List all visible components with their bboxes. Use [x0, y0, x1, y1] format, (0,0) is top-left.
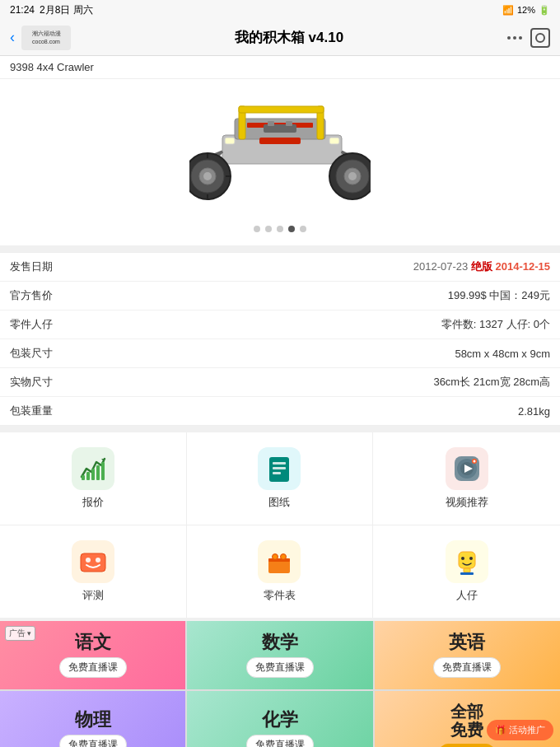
ad-huaxue-title: 化学: [262, 710, 298, 730]
svg-rect-37: [273, 467, 286, 469]
ad-cell-wuli[interactable]: 物理 免费直播课: [0, 691, 185, 747]
action-grid: 报价 图纸 视频推荐: [0, 432, 560, 618]
info-label-price: 官方售价: [10, 288, 59, 303]
svg-rect-45: [81, 553, 105, 572]
info-label-release: 发售日期: [10, 259, 59, 274]
baojia-icon: [72, 447, 114, 490]
info-row-weight: 包装重量 2.81kg: [0, 397, 560, 425]
ad-yuwen-title: 语文: [75, 633, 111, 652]
svg-point-57: [469, 557, 473, 560]
tuzhi-icon: [258, 447, 301, 490]
floating-activity[interactable]: 🎁 活动推广: [487, 720, 553, 740]
nav-title: 我的积木箱 v4.10: [71, 28, 507, 47]
ad-chevron-icon: ▾: [27, 629, 31, 637]
back-chevron-icon[interactable]: ‹: [10, 29, 15, 46]
ad-cell-yingyu[interactable]: 英语 免费直播课: [375, 621, 560, 689]
ad-shuxue-badge: 免费直播课: [246, 657, 314, 678]
svg-point-47: [86, 558, 91, 563]
floating-icon: 🎁: [495, 725, 506, 735]
ad-cell-shuxue[interactable]: 数学 免费直播课: [187, 621, 372, 689]
more-button[interactable]: [507, 36, 522, 40]
svg-rect-24: [329, 138, 339, 144]
svg-rect-36: [273, 462, 286, 465]
info-row-box-size: 包装尺寸 58cm x 48cm x 9cm: [0, 339, 560, 368]
battery-icon: 🔋: [539, 5, 550, 16]
dot-2[interactable]: [265, 226, 272, 232]
floating-label: 活动推广: [509, 724, 545, 736]
info-label-pieces: 零件人仔: [10, 317, 59, 332]
dot-5[interactable]: [300, 226, 306, 232]
svg-rect-28: [286, 121, 292, 126]
video-icon: [446, 447, 488, 490]
nav-right: [507, 28, 550, 48]
status-left: 21:24 2月8日 周六: [10, 3, 93, 17]
svg-rect-34: [101, 462, 105, 480]
dot-1[interactable]: [254, 226, 260, 232]
lingjian-label: 零件表: [264, 588, 296, 603]
product-image-svg: [189, 90, 371, 217]
svg-point-56: [461, 557, 464, 560]
info-row-price: 官方售价 199.99$ 中国：249元: [0, 282, 560, 310]
video-label: 视频推荐: [446, 495, 488, 510]
ad-wuli-title: 物理: [75, 710, 111, 730]
baojia-label: 报价: [82, 495, 104, 510]
ad-tag: 广告 ▾: [5, 626, 35, 641]
svg-rect-59: [460, 572, 474, 575]
action-cell-lingjian[interactable]: 零件表: [187, 525, 374, 618]
svg-rect-32: [91, 469, 95, 480]
carousel-image: [189, 87, 371, 219]
info-row-release: 发售日期 2012-07-23 绝版 2014-12-15: [0, 253, 560, 282]
wifi-icon: 📶: [502, 5, 514, 16]
dot-4[interactable]: [288, 226, 295, 232]
info-value-price: 199.99$ 中国：249元: [59, 288, 550, 303]
info-table: 发售日期 2012-07-23 绝版 2014-12-15 官方售价 199.9…: [0, 252, 560, 426]
action-cell-video[interactable]: 视频推荐: [373, 432, 560, 525]
svg-point-13: [203, 172, 212, 180]
svg-rect-55: [459, 552, 475, 568]
tuzhi-label: 图纸: [268, 495, 290, 510]
svg-point-21: [348, 172, 357, 180]
dot-3[interactable]: [277, 226, 283, 232]
nav-bar: ‹ 潮六福动漫coco8.com 我的积木箱 v4.10: [0, 20, 560, 56]
info-value-release: 2012-07-23 绝版 2014-12-15: [59, 259, 550, 274]
svg-rect-50: [268, 558, 290, 562]
ad-label: 广告: [9, 628, 26, 639]
lingjian-icon: [258, 540, 301, 583]
ad-wuli-badge: 免费直播课: [59, 735, 127, 747]
svg-rect-5: [239, 106, 324, 113]
action-cell-pingce[interactable]: 评测: [0, 525, 187, 618]
ad-banner: 语文 免费直播课 数学 免费直播课 英语 免费直播课 物理 免费直播课 化学 免…: [0, 621, 560, 747]
info-label-weight: 包装重量: [10, 404, 59, 418]
action-cell-baojia[interactable]: 报价: [0, 432, 187, 525]
status-time: 21:24: [10, 4, 35, 16]
action-cell-tuzhi[interactable]: 图纸: [187, 432, 374, 525]
ad-yuwen-badge: 免费直播课: [59, 657, 127, 678]
info-row-pieces: 零件人仔 零件数: 1327 人仔: 0个: [0, 310, 560, 339]
product-title-bar: 9398 4x4 Crawler: [0, 56, 560, 79]
status-date: 2月8日 周六: [40, 3, 93, 17]
pingce-icon: [72, 540, 114, 583]
svg-rect-25: [225, 138, 235, 144]
ad-cell-huaxue[interactable]: 化学 免费直播课: [187, 691, 372, 747]
product-title-text: 9398 4x4 Crawler: [10, 61, 94, 73]
svg-rect-58: [464, 568, 470, 572]
ad-shuxue-title: 数学: [262, 633, 298, 652]
svg-point-48: [96, 558, 100, 563]
svg-rect-33: [96, 465, 100, 480]
info-row-actual-size: 实物尺寸 36cm长 21cm宽 28cm高: [0, 368, 560, 397]
battery-text: 12%: [517, 5, 535, 15]
info-value-box-size: 58cm x 48cm x 9cm: [59, 348, 550, 360]
info-value-weight: 2.81kg: [59, 405, 550, 418]
svg-rect-38: [273, 472, 281, 474]
info-value-actual-size: 36cm长 21cm宽 28cm高: [59, 375, 550, 390]
svg-rect-30: [82, 475, 85, 480]
camera-icon[interactable]: [530, 28, 550, 48]
svg-rect-27: [268, 121, 274, 126]
action-cell-renzai[interactable]: 人仔: [373, 525, 560, 618]
svg-point-54: [282, 555, 285, 558]
svg-rect-22: [259, 138, 301, 144]
nav-left: ‹ 潮六福动漫coco8.com: [10, 26, 71, 50]
pingce-label: 评测: [82, 588, 104, 603]
renzai-icon: [446, 540, 488, 583]
ad-quanbu-title: 全部免费: [450, 703, 483, 739]
